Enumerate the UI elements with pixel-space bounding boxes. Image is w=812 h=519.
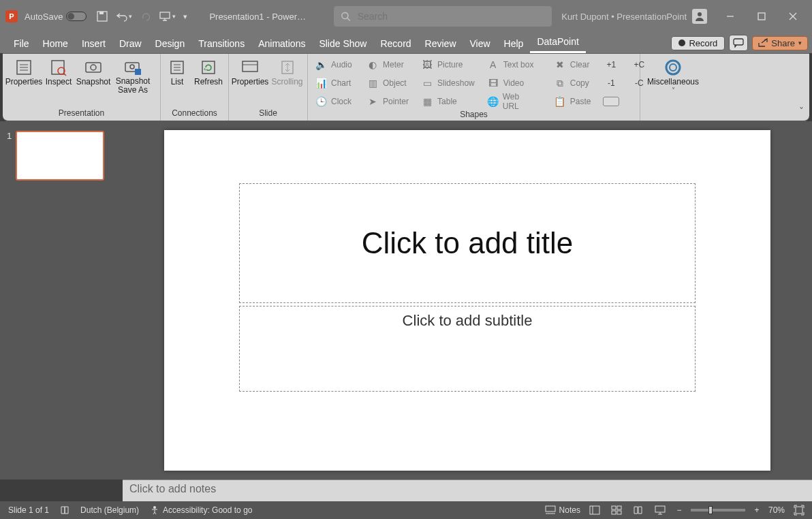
- subtitle-placeholder[interactable]: Click to add subtitle: [239, 306, 696, 392]
- chevron-down-icon: ▾: [798, 40, 802, 46]
- minus-one-button[interactable]: -1: [599, 75, 623, 91]
- tab-insert[interactable]: Insert: [75, 35, 112, 53]
- notes-toggle-button[interactable]: Notes: [545, 505, 580, 515]
- zoom-out-button[interactable]: −: [674, 505, 684, 515]
- document-title: Presentation1 - Power…: [209, 12, 306, 22]
- tab-file[interactable]: File: [7, 35, 36, 53]
- slide-canvas[interactable]: Click to add title Click to add subtitle: [164, 130, 770, 471]
- save-icon[interactable]: [93, 7, 111, 25]
- svg-point-3: [342, 12, 348, 18]
- redo-icon[interactable]: [137, 7, 155, 25]
- clear-icon: ✖: [554, 59, 566, 71]
- weburl-icon: 🌐: [487, 95, 499, 108]
- slide-thumbnail-1[interactable]: 1: [7, 131, 116, 180]
- tab-draw[interactable]: Draw: [112, 35, 149, 53]
- snapshot-saveas-button[interactable]: Snapshot Save As: [113, 57, 153, 96]
- reading-view-button[interactable]: [631, 504, 646, 516]
- zoom-slider-thumb[interactable]: [708, 506, 713, 514]
- autosave-toggle[interactable]: [66, 12, 87, 21]
- properties-button[interactable]: Properties: [5, 57, 42, 96]
- shape-clock-button[interactable]: 🕒Clock: [311, 93, 358, 110]
- audio-icon: 🔈: [315, 59, 327, 71]
- miscellaneous-button[interactable]: Miscellaneous ˅: [643, 57, 703, 95]
- svg-rect-27: [202, 61, 215, 74]
- title-placeholder[interactable]: Click to add title: [239, 183, 696, 303]
- tab-home[interactable]: Home: [36, 35, 75, 53]
- ribbon-collapse-button[interactable]: ˅: [799, 106, 804, 116]
- thumbnail-preview[interactable]: [16, 131, 104, 180]
- group-slide-label: Slide: [232, 108, 304, 119]
- qat-customize-icon[interactable]: ▾: [181, 7, 190, 25]
- shape-audio-button[interactable]: 🔈Audio: [311, 57, 358, 73]
- zoom-percent[interactable]: 70%: [768, 505, 785, 515]
- list-button[interactable]: List: [163, 57, 191, 88]
- slideshow-view-button[interactable]: [653, 504, 668, 516]
- inspect-button[interactable]: Inspect: [44, 57, 74, 96]
- shape-chart-button[interactable]: 📊Chart: [311, 75, 358, 91]
- record-button[interactable]: Record: [671, 36, 725, 50]
- shape-object-button[interactable]: ▥Object: [362, 75, 413, 91]
- spellcheck-status[interactable]: [60, 505, 69, 515]
- present-from-beginning-icon[interactable]: ▾: [159, 7, 176, 25]
- user-account[interactable]: Kurt Dupont • PresentationPoint: [561, 9, 707, 24]
- plus-one-button[interactable]: +1: [599, 57, 623, 73]
- comments-button[interactable]: [729, 35, 748, 51]
- miscellaneous-icon: [663, 58, 683, 77]
- svg-point-5: [698, 12, 702, 16]
- color-swatch-button[interactable]: [599, 93, 623, 110]
- normal-view-button[interactable]: [587, 504, 602, 516]
- shape-textbox-button[interactable]: AText box: [483, 57, 539, 73]
- share-icon: [758, 38, 768, 48]
- avatar-icon: [692, 9, 707, 24]
- accessibility-status[interactable]: Accessibility: Good to go: [150, 505, 252, 515]
- tab-slideshow[interactable]: Slide Show: [312, 35, 373, 53]
- search-bar[interactable]: [334, 6, 552, 27]
- refresh-icon: [198, 58, 219, 77]
- fit-to-window-button[interactable]: [792, 504, 807, 516]
- shape-pointer-button[interactable]: ➤Pointer: [362, 93, 413, 110]
- undo-icon[interactable]: ▾: [115, 7, 133, 25]
- tab-animations[interactable]: Animations: [251, 35, 312, 53]
- tab-help[interactable]: Help: [497, 35, 531, 53]
- shape-meter-button[interactable]: ◐Meter: [362, 57, 413, 73]
- zoom-slider[interactable]: [691, 509, 745, 512]
- slide-sorter-view-button[interactable]: [609, 504, 624, 516]
- svg-point-32: [670, 64, 676, 71]
- search-input[interactable]: [358, 11, 545, 22]
- svg-rect-34: [546, 506, 555, 512]
- language-status[interactable]: Dutch (Belgium): [80, 505, 139, 515]
- share-button[interactable]: Share ▾: [752, 36, 808, 50]
- refresh-label: Refresh: [194, 77, 223, 86]
- snapshot-saveas-icon: [123, 58, 143, 77]
- tab-review[interactable]: Review: [418, 35, 463, 53]
- tab-view[interactable]: View: [463, 35, 497, 53]
- slide-canvas-area[interactable]: Click to add title Click to add subtitle: [123, 121, 812, 479]
- close-button[interactable]: [779, 5, 807, 27]
- svg-point-19: [91, 65, 96, 70]
- shape-slideshow-button[interactable]: ▭Slideshow: [417, 75, 479, 91]
- tab-record[interactable]: Record: [373, 35, 418, 53]
- minimize-button[interactable]: [717, 5, 744, 27]
- copy-button[interactable]: ⧉Copy: [550, 75, 595, 91]
- shape-weburl-button[interactable]: 🌐Web URL: [483, 93, 539, 110]
- tab-design[interactable]: Design: [149, 35, 192, 53]
- zoom-in-button[interactable]: +: [752, 505, 762, 515]
- miscellaneous-label: Miscellaneous: [647, 77, 699, 86]
- title-placeholder-text: Click to add title: [362, 226, 574, 260]
- shape-table-button[interactable]: ▦Table: [417, 93, 479, 110]
- refresh-button[interactable]: Refresh: [192, 57, 225, 88]
- shape-video-button[interactable]: 🎞Video: [483, 75, 539, 91]
- tab-transitions[interactable]: Transitions: [191, 35, 251, 53]
- maximize-button[interactable]: [748, 5, 775, 27]
- slide-counter[interactable]: Slide 1 of 1: [8, 505, 49, 515]
- swatch-icon: [603, 97, 619, 106]
- notes-pane[interactable]: Click to add notes: [123, 479, 812, 501]
- tab-datapoint[interactable]: DataPoint: [530, 33, 585, 53]
- slide-properties-button[interactable]: Properties: [232, 57, 268, 88]
- clear-button[interactable]: ✖Clear: [550, 57, 595, 73]
- shape-picture-button[interactable]: 🖼Picture: [417, 57, 479, 73]
- snapshot-button[interactable]: Snapshot: [75, 57, 112, 96]
- autosave-control[interactable]: AutoSave: [22, 12, 89, 22]
- picture-icon: 🖼: [421, 59, 433, 71]
- paste-button[interactable]: 📋Paste: [550, 93, 595, 110]
